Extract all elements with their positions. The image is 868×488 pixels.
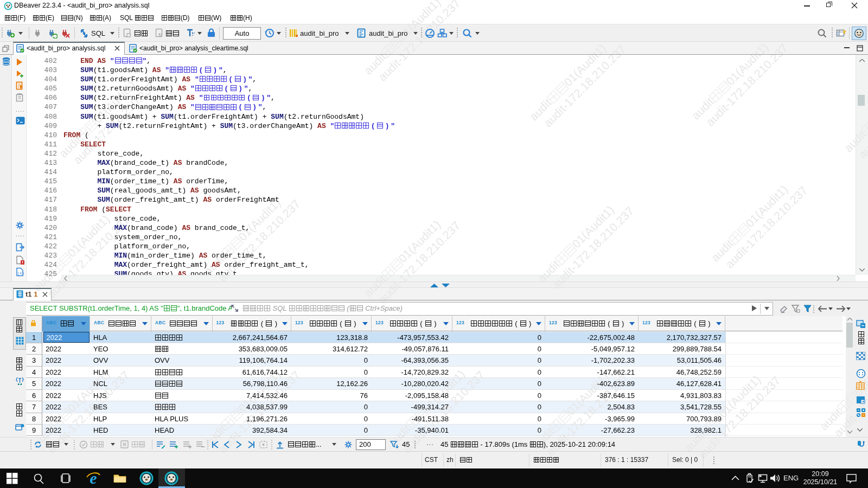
svg-text:(x): (x) (17, 271, 24, 275)
